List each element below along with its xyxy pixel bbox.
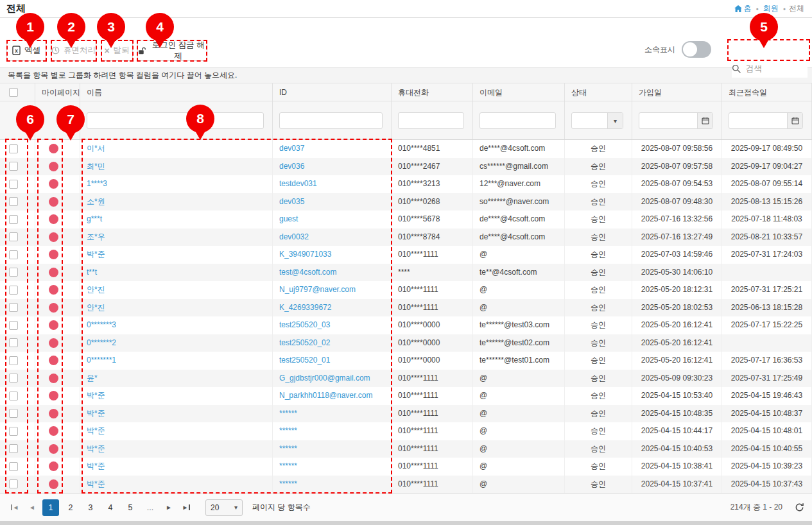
last-page-icon[interactable]: ►	[179, 499, 193, 516]
column-header-last-access[interactable]: 최근접속일	[722, 83, 812, 101]
row-checkbox[interactable]	[9, 215, 18, 224]
member-id-link[interactable]: dev0032	[279, 232, 309, 241]
mypage-dot-icon[interactable]	[49, 444, 58, 454]
member-name-link[interactable]: 안*진	[87, 285, 105, 294]
pager-page-3[interactable]: 3	[82, 499, 99, 516]
mypage-dot-icon[interactable]	[49, 232, 58, 242]
row-checkbox[interactable]	[9, 392, 18, 400]
row-checkbox[interactable]	[9, 374, 18, 383]
row-checkbox[interactable]	[9, 427, 18, 436]
row-checkbox[interactable]	[9, 286, 18, 295]
pager-page-2[interactable]: 2	[62, 499, 79, 516]
column-header-id[interactable]: ID	[273, 83, 392, 101]
row-checkbox[interactable]	[9, 444, 18, 453]
first-page-icon[interactable]: ◄	[8, 499, 22, 516]
withdraw-button[interactable]: × 탈퇴	[101, 40, 133, 61]
column-header-status[interactable]: 상태	[565, 83, 632, 101]
select-all-checkbox[interactable]	[9, 88, 18, 97]
filter-status-select[interactable]: ▾	[571, 112, 623, 129]
member-name-link[interactable]: 박*준	[87, 444, 105, 453]
row-checkbox[interactable]	[9, 479, 18, 488]
mypage-dot-icon[interactable]	[49, 303, 58, 313]
mypage-dot-icon[interactable]	[49, 144, 58, 153]
member-id-link[interactable]: K_3949071033	[279, 250, 331, 259]
member-id-link[interactable]: N_uj9797@naver.com	[279, 285, 356, 294]
mypage-dot-icon[interactable]	[49, 268, 58, 277]
affiliation-toggle[interactable]	[682, 41, 711, 58]
row-checkbox[interactable]	[9, 180, 18, 189]
member-name-link[interactable]: 박*준	[87, 461, 105, 470]
member-id-link[interactable]: testdev031	[279, 179, 317, 188]
row-checkbox[interactable]	[9, 462, 18, 471]
member-name-link[interactable]: 박*준	[87, 391, 105, 400]
member-name-link[interactable]: 0*******1	[87, 356, 116, 365]
member-id-link[interactable]: test250520_02	[279, 338, 330, 347]
member-name-link[interactable]: 1****3	[87, 179, 107, 188]
calendar-icon[interactable]	[697, 113, 713, 128]
member-name-link[interactable]: 박*준	[87, 409, 105, 418]
mypage-dot-icon[interactable]	[49, 250, 58, 259]
mypage-dot-icon[interactable]	[49, 179, 58, 189]
row-checkbox[interactable]	[9, 338, 18, 347]
member-name-link[interactable]: t**t	[87, 268, 97, 277]
breadcrumb-section[interactable]: 회원	[763, 3, 779, 14]
row-checkbox[interactable]	[9, 356, 18, 365]
member-name-link[interactable]: 안*진	[87, 303, 105, 312]
row-checkbox[interactable]	[9, 303, 18, 312]
pager-page-4[interactable]: 4	[102, 499, 119, 516]
column-header-phone[interactable]: 휴대전화	[392, 83, 473, 101]
row-checkbox[interactable]	[9, 232, 18, 241]
member-name-link[interactable]: 이*서	[87, 144, 105, 153]
filter-joined-datepicker[interactable]	[639, 112, 713, 129]
next-page-icon[interactable]: ►	[162, 499, 176, 516]
member-id-link[interactable]: ******	[279, 479, 297, 488]
filter-name-input[interactable]	[87, 112, 264, 129]
member-name-link[interactable]: 0*******2	[87, 338, 116, 347]
member-name-link[interactable]: 최*민	[87, 162, 105, 171]
member-name-link[interactable]: 0*******3	[87, 320, 116, 329]
member-id-link[interactable]: dev035	[279, 197, 304, 206]
member-name-link[interactable]: 소*원	[87, 197, 105, 206]
filter-last-access-datepicker[interactable]	[729, 112, 803, 129]
mypage-dot-icon[interactable]	[49, 214, 58, 224]
mypage-dot-icon[interactable]	[49, 461, 58, 471]
breadcrumb-home[interactable]: 홈	[734, 3, 752, 14]
row-checkbox[interactable]	[9, 162, 18, 171]
member-name-link[interactable]: 윤*	[87, 374, 98, 383]
column-header-mypage[interactable]: 마이페이지	[35, 83, 80, 101]
member-name-link[interactable]: g***t	[87, 214, 102, 223]
mypage-dot-icon[interactable]	[49, 479, 58, 489]
row-checkbox[interactable]	[9, 250, 18, 259]
member-name-link[interactable]: 박*준	[87, 426, 105, 435]
calendar-icon[interactable]	[787, 113, 802, 128]
refresh-icon[interactable]	[795, 503, 804, 512]
filter-id-input[interactable]	[279, 112, 383, 129]
mypage-dot-icon[interactable]	[49, 197, 58, 207]
search-input[interactable]	[746, 64, 797, 73]
column-header-email[interactable]: 이메일	[473, 83, 565, 101]
row-checkbox[interactable]	[9, 268, 18, 277]
mypage-dot-icon[interactable]	[49, 409, 58, 418]
mypage-dot-icon[interactable]	[49, 426, 58, 436]
member-id-link[interactable]: ******	[279, 444, 297, 453]
member-id-link[interactable]: dev036	[279, 162, 304, 171]
row-checkbox[interactable]	[9, 321, 18, 330]
member-id-link[interactable]: dev037	[279, 144, 304, 153]
column-header-joined[interactable]: 가입일	[632, 83, 722, 101]
pager-page-1[interactable]: 1	[42, 499, 59, 516]
mypage-dot-icon[interactable]	[49, 162, 58, 171]
filter-phone-input[interactable]	[398, 112, 464, 129]
mypage-dot-icon[interactable]	[49, 356, 58, 365]
member-id-link[interactable]: test250520_01	[279, 356, 330, 365]
member-id-link[interactable]: K_4269339672	[279, 303, 331, 312]
mypage-dot-icon[interactable]	[49, 338, 58, 348]
chevron-down-icon[interactable]: ▾	[607, 113, 623, 128]
member-name-link[interactable]: 박*준	[87, 479, 105, 488]
member-name-link[interactable]: 박*준	[87, 250, 105, 259]
unlock-login-button[interactable]: 로그인 잠금 해제	[137, 40, 207, 61]
member-id-link[interactable]: test@4csoft.com	[279, 268, 337, 277]
column-header-name[interactable]: 이름	[80, 83, 273, 101]
member-id-link[interactable]: ******	[279, 409, 297, 418]
mypage-dot-icon[interactable]	[49, 374, 58, 383]
member-id-link[interactable]: G_gjdbstjr000@gmail.com	[279, 374, 370, 383]
